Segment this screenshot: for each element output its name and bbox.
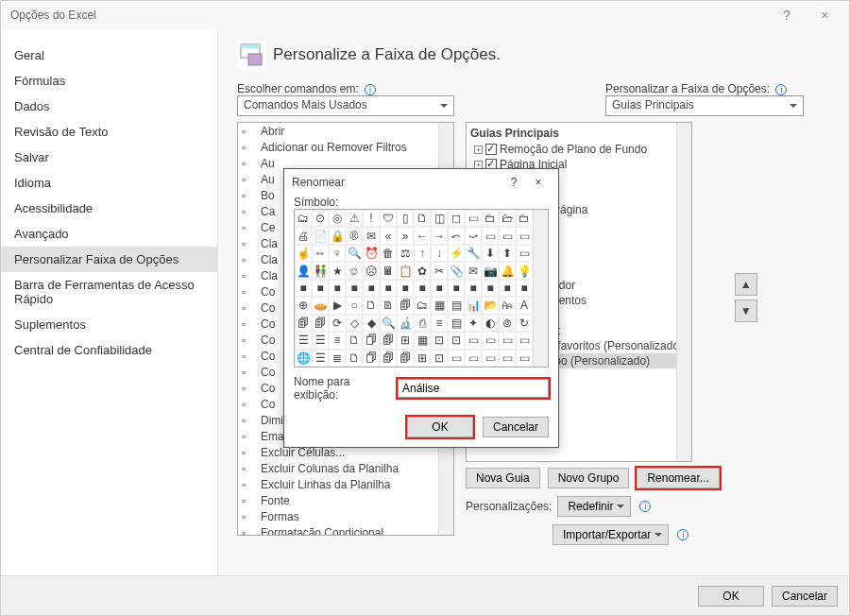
sidebar-item[interactable]: Personalizar Faixa de Opções (1, 247, 217, 272)
symbol-cell[interactable]: ☰ (312, 350, 329, 367)
symbol-cell[interactable]: ♀ (329, 245, 346, 262)
symbol-cell[interactable]: 🗂 (414, 297, 431, 314)
symbol-cell[interactable]: 🗋 (414, 210, 431, 227)
command-list-item[interactable]: ▫Abrir (238, 123, 453, 139)
new-tab-button[interactable]: Nova Guia (466, 468, 540, 488)
symbol-cell[interactable]: 🔬 (397, 315, 414, 332)
symbol-cell[interactable]: ▭ (465, 350, 482, 367)
symbol-cell[interactable]: 💡 (516, 262, 533, 279)
sidebar-item[interactable]: Avançado (1, 221, 217, 247)
symbol-cell[interactable]: ▭ (465, 332, 482, 349)
symbol-cell[interactable]: ⊚ (499, 315, 516, 332)
info-icon[interactable]: i (677, 529, 688, 540)
symbol-cell[interactable]: 🗋 (346, 350, 363, 367)
sidebar-item[interactable]: Fórmulas (1, 68, 217, 94)
command-list-item[interactable]: ▫Excluir Colunas da Planilha (238, 460, 453, 476)
sidebar-item[interactable]: Salvar (1, 145, 217, 170)
sidebar-item[interactable]: Suplementos (1, 312, 217, 337)
symbol-cell[interactable]: ≡ (431, 315, 448, 332)
reset-button[interactable]: Redefinir (557, 496, 631, 517)
symbol-cell[interactable]: ☺ (346, 262, 363, 279)
sidebar-item[interactable]: Acessibilidade (1, 196, 217, 221)
symbol-cell[interactable]: 🗋 (346, 332, 363, 349)
symbol-cell[interactable]: 📋 (397, 262, 414, 279)
dialog-cancel-button[interactable]: Cancelar (483, 417, 549, 437)
symbol-cell[interactable]: ◎ (329, 210, 346, 227)
help-button[interactable]: ? (768, 8, 806, 23)
command-list-item[interactable]: ▫Formas (238, 508, 453, 524)
symbol-cell[interactable]: 🗁 (499, 210, 516, 227)
symbol-cell[interactable]: ☰ (312, 332, 329, 349)
symbol-cell[interactable]: ◻ (448, 210, 465, 227)
symbol-cell[interactable]: ■ (295, 280, 312, 297)
cancel-button[interactable]: Cancelar (772, 586, 838, 607)
symbol-cell[interactable]: ■ (346, 280, 363, 297)
sidebar-item[interactable]: Revisão de Texto (1, 119, 217, 145)
symbol-cell[interactable]: ▦ (431, 297, 448, 314)
symbol-cell[interactable]: ▭ (499, 227, 516, 244)
symbol-cell[interactable]: ✉ (465, 262, 482, 279)
symbol-cell[interactable]: ↻ (516, 315, 533, 332)
symbol-cell[interactable]: ◐ (482, 315, 499, 332)
symbol-cell[interactable]: → (431, 227, 448, 244)
move-down-button[interactable]: ▼ (735, 299, 757, 322)
symbol-cell[interactable]: ▭ (465, 210, 482, 227)
symbol-cell[interactable]: 🗂 (295, 210, 312, 227)
command-list-item[interactable]: ▫Fonte (238, 492, 453, 508)
symbol-cell[interactable]: ⚖ (397, 245, 414, 262)
scrollbar[interactable] (533, 210, 548, 367)
symbol-cell[interactable]: 🗐 (397, 297, 414, 314)
symbol-cell[interactable]: 🗋 (363, 297, 380, 314)
symbol-cell[interactable]: ✉ (363, 227, 380, 244)
symbol-cell[interactable]: ▭ (482, 350, 499, 367)
symbol-cell[interactable]: ▦ (414, 332, 431, 349)
symbol-cell[interactable]: ⎙ (414, 315, 431, 332)
dialog-close-button[interactable]: × (526, 176, 551, 189)
symbol-cell[interactable]: ■ (516, 280, 533, 297)
symbol-cell[interactable]: ⬆ (499, 245, 516, 262)
symbol-cell[interactable]: 🔍 (346, 245, 363, 262)
symbol-cell[interactable]: ■ (363, 280, 380, 297)
symbol-cell[interactable]: ↔ (312, 245, 329, 262)
symbol-cell[interactable]: ® (346, 227, 363, 244)
symbol-grid[interactable]: 🗂⊙◎⚠!🛡▯🗋◫◻▭🗀🗁🗀🖨📄🔒®✉«»←→⤺⤻▭▭▭☝↔♀🔍⏰🗑⚖↑↓⚡🔧⬇… (294, 209, 549, 368)
symbol-cell[interactable]: 👫 (312, 262, 329, 279)
symbol-cell[interactable]: 🗎 (380, 297, 397, 314)
symbol-cell[interactable]: ! (363, 210, 380, 227)
symbol-cell[interactable]: 🗛 (499, 297, 516, 314)
symbol-cell[interactable]: ✂ (431, 262, 448, 279)
choose-commands-dropdown[interactable]: Comandos Mais Usados (237, 95, 454, 116)
display-name-input[interactable] (398, 379, 549, 398)
symbol-cell[interactable]: ↑ (414, 245, 431, 262)
sidebar-item[interactable]: Barra de Ferramentas de Acesso Rápido (1, 272, 217, 312)
symbol-cell[interactable]: ⊞ (414, 350, 431, 367)
symbol-cell[interactable]: 📷 (482, 262, 499, 279)
symbol-cell[interactable]: ⊞ (397, 332, 414, 349)
dialog-help-button[interactable]: ? (502, 176, 526, 189)
symbol-cell[interactable]: 🔧 (465, 245, 482, 262)
symbol-cell[interactable]: ⚠ (346, 210, 363, 227)
symbol-cell[interactable]: ⊡ (431, 332, 448, 349)
symbol-cell[interactable]: 🖩 (380, 262, 397, 279)
symbol-cell[interactable]: ▭ (516, 350, 533, 367)
expand-toggle[interactable]: + (474, 145, 483, 154)
symbol-cell[interactable]: ■ (380, 280, 397, 297)
symbol-cell[interactable]: ◆ (363, 315, 380, 332)
symbol-cell[interactable]: ⊕ (295, 297, 312, 314)
symbol-cell[interactable]: 🔍 (380, 315, 397, 332)
symbol-cell[interactable]: 🌐 (295, 350, 312, 367)
symbol-cell[interactable]: ▭ (448, 350, 465, 367)
info-icon[interactable]: i (775, 84, 787, 95)
symbol-cell[interactable]: ↓ (431, 245, 448, 262)
symbol-cell[interactable]: 📊 (465, 297, 482, 314)
symbol-cell[interactable]: » (397, 227, 414, 244)
info-icon[interactable]: i (639, 501, 651, 512)
symbol-cell[interactable]: 👤 (295, 262, 312, 279)
symbol-cell[interactable]: ▤ (448, 297, 465, 314)
symbol-cell[interactable]: ◫ (431, 210, 448, 227)
sidebar-item[interactable]: Geral (1, 43, 217, 68)
symbol-cell[interactable]: ▯ (397, 210, 414, 227)
command-list-item[interactable]: ▫Adicionar ou Remover Filtros (238, 139, 453, 155)
symbol-cell[interactable]: ⊙ (312, 210, 329, 227)
customize-ribbon-dropdown[interactable]: Guias Principais (605, 95, 804, 116)
